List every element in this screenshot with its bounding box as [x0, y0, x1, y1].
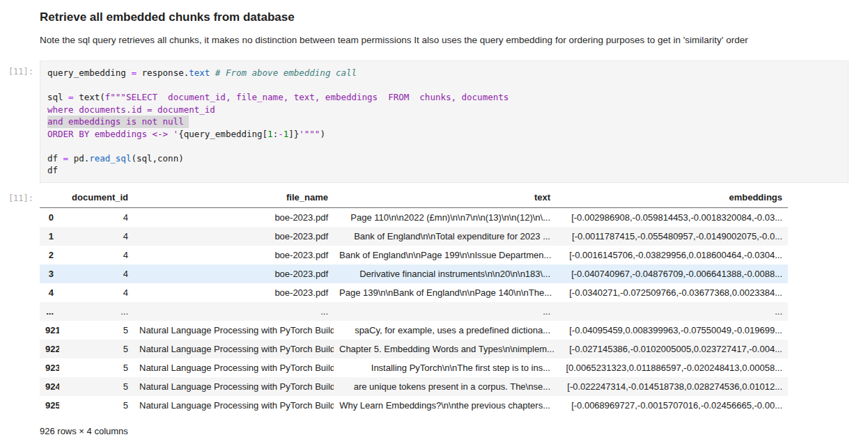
table-cell: [-0.0016145706,-0.03829956,0.018600464,-…: [556, 246, 788, 264]
table-cell: [-0.04095459,0.008399963,-0.07550049,-0.…: [556, 321, 788, 340]
input-prompt: [11]:: [0, 61, 33, 77]
table-cell: boe-2023.pdf: [134, 246, 334, 264]
table-cell: Chapter 5. Embedding Words and Types\n\n…: [334, 340, 556, 358]
table-row: 44boe-2023.pdfPage 139\n\nBank of Englan…: [40, 283, 788, 302]
table-cell: [0.0065231323,0.011886597,-0.020248413,0…: [556, 358, 788, 377]
table-cell: are unique tokens present in a corpus. T…: [334, 377, 556, 396]
table-cell: spaCy, for example, uses a predefined di…: [334, 321, 556, 340]
code-token: where documents.id = document_id: [47, 104, 215, 115]
markdown-note: Note the sql query retrieves all chunks,…: [40, 35, 847, 46]
row-index: 1: [40, 227, 59, 246]
table-cell: [-0.022247314,-0.014518738,0.028274536,0…: [556, 377, 788, 396]
row-index: 925: [40, 396, 59, 415]
output-prompt: [11]:: [0, 188, 33, 203]
table-row: 9215Natural Language Processing with PyT…: [40, 321, 788, 340]
code-token: ]}: [288, 129, 299, 139]
code-token: [210, 68, 215, 78]
table-cell: 5: [59, 340, 134, 358]
output-area: document_idfile_nametextembeddings 04boe…: [40, 188, 868, 436]
table-row: 9225Natural Language Processing with PyT…: [40, 340, 788, 358]
table-cell: Derivative financial instruments\n\n20\n…: [334, 264, 556, 283]
code-token: (sql,conn): [131, 153, 183, 164]
table-cell: 4: [59, 207, 134, 227]
row-index: 0: [40, 207, 59, 227]
table-cell: Natural Language Processing with PyTorch…: [134, 340, 334, 358]
code-token: text: [189, 68, 210, 78]
code-token: -: [278, 129, 284, 139]
code-token: response.: [137, 68, 189, 78]
table-cell: 5: [59, 321, 134, 340]
table-cell: Installing PyTorch\n\nThe first step is …: [334, 358, 556, 377]
table-cell: 5: [59, 358, 134, 377]
row-index: 921: [40, 321, 59, 340]
table-cell: [-0.040740967,-0.04876709,-0.006641388,-…: [556, 264, 788, 283]
table-cell: Why Learn Embeddings?\n\nthe previous ch…: [334, 396, 556, 415]
table-cell: Natural Language Processing with PyTorch…: [134, 358, 334, 377]
code-editor[interactable]: query_embedding = response.text # From a…: [40, 61, 848, 183]
code-token: query_embedding: [47, 68, 131, 78]
notebook-page: Retrieve all embedded chunks from databa…: [0, 10, 868, 444]
column-header: file_name: [134, 188, 334, 208]
code-token: =: [131, 68, 137, 78]
row-index: 2: [40, 246, 59, 264]
table-cell: Natural Language Processing with PyTorch…: [134, 377, 334, 396]
table-cell: [-0.0011787415,-0.055480957,-0.014900207…: [556, 227, 788, 246]
row-index: 3: [40, 264, 59, 283]
table-cell: [-0.027145386,-0.0102005005,0.023727417,…: [556, 340, 788, 358]
table-cell: boe-2023.pdf: [134, 264, 334, 283]
code-line: [47, 79, 841, 92]
table-cell: Page 139\n\nBank of England\n\nPage 140\…: [334, 283, 556, 302]
code-token: f"""SELECT document_id, file_name, text,…: [105, 92, 509, 102]
table-cell: boe-2023.pdf: [134, 207, 334, 227]
row-index: 924: [40, 377, 59, 396]
code-token: and embeddings is not null: [47, 116, 189, 127]
table-cell: ...: [556, 302, 788, 321]
column-header: document_id: [59, 188, 134, 208]
row-index: 922: [40, 340, 59, 358]
code-token: pd.: [68, 153, 89, 164]
table-cell: ...: [134, 302, 334, 321]
header-row: document_idfile_nametextembeddings: [40, 188, 788, 208]
table-row: 9245Natural Language Processing with PyT…: [40, 377, 788, 396]
code-token: df: [47, 165, 58, 175]
code-line: where documents.id = document_id: [47, 104, 841, 116]
code-line: df: [47, 164, 841, 177]
table-row: 14boe-2023.pdfBank of England\n\nTotal e…: [40, 227, 788, 246]
table-cell: [-0.0068969727,-0.0015707016,-0.02456665…: [556, 396, 788, 415]
table-cell: Natural Language Processing with PyTorch…: [134, 396, 334, 415]
code-line: ORDER BY embeddings <-> '{query_embeddin…: [47, 128, 841, 141]
code-line: sql = text(f"""SELECT document_id, file_…: [47, 91, 841, 104]
table-cell: [-0.0340271,-0.072509766,-0.03677368,0.0…: [556, 283, 788, 302]
code-token: '""": [299, 129, 320, 139]
column-header: [40, 188, 59, 208]
code-line: [47, 140, 841, 152]
dataframe-table: document_idfile_nametextembeddings 04boe…: [40, 188, 788, 415]
table-cell: [-0.002986908,-0.059814453,-0.0018320084…: [556, 207, 788, 227]
table-cell: ...: [334, 302, 556, 321]
row-index: 923: [40, 358, 59, 377]
row-count-summary: 926 rows × 4 columns: [40, 426, 868, 436]
table-cell: 4: [59, 227, 134, 246]
markdown-cell: Retrieve all embedded chunks from databa…: [40, 10, 847, 46]
table-row: 9255Natural Language Processing with PyT…: [40, 396, 788, 415]
table-row: 24boe-2023.pdfBank of England\n\nPage 19…: [40, 246, 788, 264]
code-token: read_sql: [89, 153, 131, 164]
code-token: ): [320, 129, 325, 139]
table-header: document_idfile_nametextembeddings: [40, 188, 788, 208]
table-cell: Page 110\n\n2022 (£mn)\n\n7\n\n(13)\n\n(…: [334, 207, 556, 227]
code-token: ORDER BY embeddings <-> ': [47, 129, 178, 139]
column-header: text: [334, 188, 556, 208]
output-cell: [11]: document_idfile_nametextembeddings…: [0, 188, 868, 436]
table-cell: Bank of England\n\nPage 199\n\nIssue Dep…: [334, 246, 556, 264]
markdown-heading: Retrieve all embedded chunks from databa…: [40, 10, 847, 24]
table-cell: boe-2023.pdf: [134, 227, 334, 246]
code-line: query_embedding = response.text # From a…: [47, 67, 841, 79]
code-token: # From above embedding call: [215, 68, 357, 78]
code-token: df: [47, 153, 63, 164]
code-cell: [11]: query_embedding = response.text # …: [0, 61, 868, 183]
table-cell: Bank of England\n\nTotal expenditure for…: [334, 227, 556, 246]
table-row: ...............: [40, 302, 788, 321]
code-token: =: [68, 92, 74, 102]
table-cell: 4: [59, 246, 134, 264]
code-line-highlighted: and embeddings is not null: [47, 116, 189, 128]
